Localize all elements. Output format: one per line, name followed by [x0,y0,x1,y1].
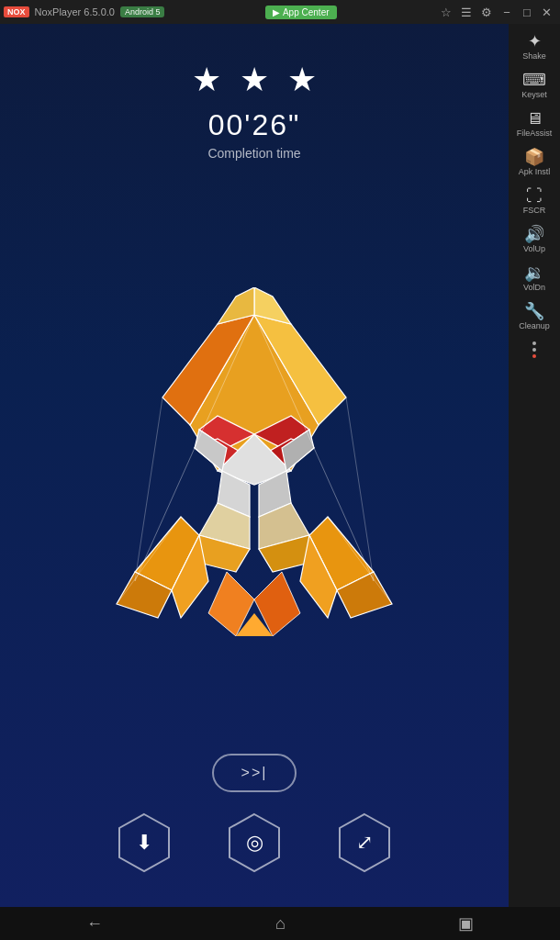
title-left: NOX NoxPlayer 6.5.0.0 Android 5 [4,6,164,17]
app-center-button[interactable]: ▶ App Center [265,6,337,19]
sidebar-item-fileassist[interactable]: 🖥 FileAssist [509,105,560,143]
completion-label: Completion time [207,146,300,161]
sidebar-label-voldn: VolDn [523,283,545,292]
menu-button[interactable]: ☰ [457,3,476,21]
sidebar-label-keyset: Keyset [521,90,547,99]
star-1: ★ [192,61,221,99]
cleanup-icon: 🔧 [524,303,544,319]
volup-icon: 🔊 [524,226,544,242]
star-3: ★ [287,61,317,99]
app-center-label: App Center [283,7,330,17]
sidebar-item-cleanup[interactable]: 🔧 Cleanup [509,297,560,336]
keyset-icon: ⌨ [522,72,546,88]
sidebar-label-cleanup: Cleanup [519,321,550,330]
close-button[interactable]: ✕ [538,3,556,21]
back-button[interactable]: ← [68,911,121,937]
camera-hex-button[interactable]: ◎ [222,811,286,875]
sidebar-item-volup[interactable]: 🔊 VolUp [509,220,560,259]
sidebar-item-shake[interactable]: ✦ Shake [509,28,560,66]
nox-logo: NOX [4,6,29,17]
sidebar-item-fscr[interactable]: ⛶ FSCR [509,182,560,220]
settings-button[interactable]: ⚙ [477,3,496,21]
title-controls: ☆ ☰ ⚙ − □ ✕ [437,3,556,21]
star-2: ★ [240,61,269,99]
right-sidebar: ✦ Shake ⌨ Keyset 🖥 FileAssist 📦 Apk Inst… [509,24,560,907]
completion-time: 00'26" [208,108,301,142]
sidebar-item-keyset[interactable]: ⌨ Keyset [509,66,560,105]
sidebar-item-voldn[interactable]: 🔉 VolDn [509,259,560,297]
share-icon: ⤢ [356,831,373,855]
android-badge: Android 5 [120,6,165,17]
apk-install-icon: 📦 [524,149,544,165]
fileassist-icon: 🖥 [526,110,543,127]
recent-button[interactable]: ▣ [440,910,492,937]
emulator-screen: ★ ★ ★ 00'26" Completion time [0,24,509,907]
more-options-button[interactable] [529,336,540,364]
stars-row: ★ ★ ★ [192,61,317,99]
skip-button[interactable]: >>| [212,754,297,792]
rocket-svg [107,287,401,636]
sidebar-label-apk-install: Apk Instl [519,167,551,176]
rocket-container [107,170,401,754]
bottom-nav: ← ⌂ ▣ [0,907,560,940]
app-center-play-icon: ▶ [273,7,280,17]
share-hex-button[interactable]: ⤢ [332,811,397,875]
maximize-button[interactable]: □ [518,3,536,21]
sidebar-label-fscr: FSCR [523,206,546,215]
more-dot-3 [532,354,536,358]
bottom-icons: ⬇ ◎ ⤢ [112,811,397,875]
app-name: NoxPlayer 6.5.0.0 [35,6,115,17]
bookmark-button[interactable]: ☆ [437,3,455,21]
main-wrapper: ★ ★ ★ 00'26" Completion time [0,24,560,907]
voldn-icon: 🔉 [524,264,544,281]
sidebar-label-shake: Shake [522,51,546,61]
sidebar-label-volup: VolUp [523,244,545,253]
download-hex-button[interactable]: ⬇ [112,811,176,875]
download-icon: ⬇ [136,831,152,855]
camera-icon: ◎ [246,831,263,855]
sidebar-item-apk-install[interactable]: 📦 Apk Instl [509,143,560,182]
fscr-icon: ⛶ [526,187,543,204]
minimize-button[interactable]: − [498,3,516,21]
sidebar-label-fileassist: FileAssist [517,129,553,138]
shake-icon: ✦ [528,33,542,50]
title-bar: NOX NoxPlayer 6.5.0.0 Android 5 ▶ App Ce… [0,0,560,24]
home-button[interactable]: ⌂ [257,911,304,937]
more-dot-1 [532,341,536,345]
more-dot-2 [532,348,536,352]
